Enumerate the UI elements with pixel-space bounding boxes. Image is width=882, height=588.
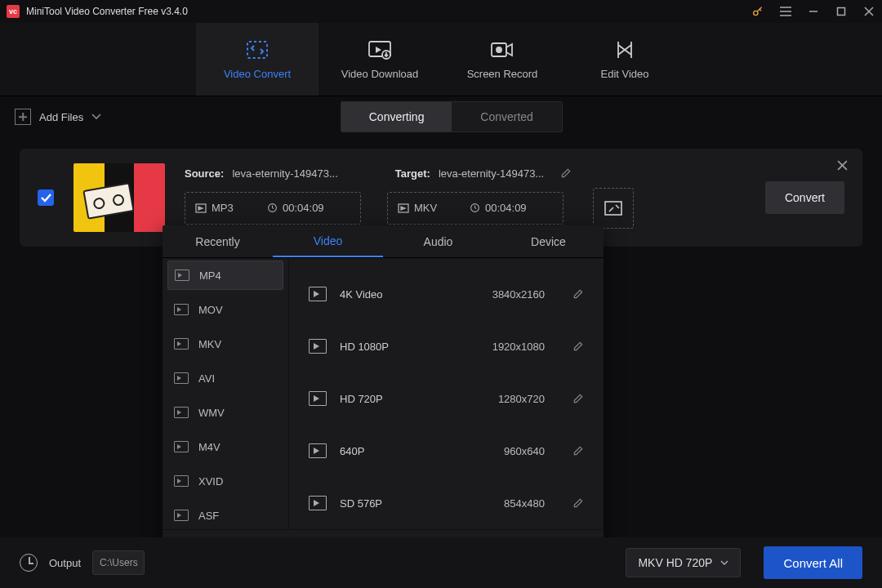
popup-tab-recently[interactable]: Recently	[163, 225, 273, 257]
key-icon[interactable]	[751, 5, 764, 18]
maximize-icon[interactable]	[835, 5, 848, 18]
record-icon	[490, 38, 514, 61]
schedule-icon[interactable]	[20, 554, 38, 572]
video-icon	[309, 496, 327, 510]
tab-converting[interactable]: Converting	[341, 102, 452, 131]
window-title: MiniTool Video Converter Free v3.4.0	[26, 6, 188, 17]
add-files-label: Add Files	[39, 111, 83, 123]
source-format: MP3	[212, 202, 234, 214]
tab-screen-record[interactable]: Screen Record	[441, 23, 564, 96]
edit-video-icon	[614, 38, 635, 61]
format-icon	[174, 304, 189, 315]
resolution-item[interactable]: SD 576P854x480	[289, 477, 604, 529]
video-icon	[309, 443, 327, 458]
popup-tab-audio[interactable]: Audio	[383, 225, 493, 257]
popup-tabs: Recently Video Audio Device	[163, 225, 604, 258]
resolution-item[interactable]: HD 720P1280x720	[289, 372, 604, 425]
source-duration: 00:04:09	[283, 202, 324, 214]
edit-preset-icon[interactable]	[572, 288, 584, 300]
aspect-ratio-button[interactable]	[593, 188, 634, 229]
resolution-list[interactable]: 4K Video3840x2160 HD 1080P1920x1080 HD 7…	[289, 258, 604, 529]
format-icon	[174, 372, 189, 384]
format-item-m4v[interactable]: M4V	[163, 430, 288, 464]
convert-icon	[245, 38, 270, 61]
remove-card-icon[interactable]	[837, 160, 848, 171]
status-tabs: Converting Converted	[341, 101, 563, 132]
format-popup: Recently Video Audio Device MP4 MOV MKV …	[163, 225, 604, 570]
clock-icon	[470, 203, 480, 213]
target-duration: 00:04:09	[485, 202, 527, 214]
file-icon	[398, 203, 409, 213]
chevron-down-icon	[720, 560, 728, 566]
video-icon	[309, 391, 327, 406]
download-icon	[368, 38, 392, 61]
format-item-mp4[interactable]: MP4	[167, 261, 283, 290]
format-item-wmv[interactable]: WMV	[163, 395, 288, 430]
close-icon[interactable]	[862, 5, 875, 18]
format-list[interactable]: MP4 MOV MKV AVI WMV M4V XVID ASF	[163, 258, 289, 529]
tab-label: Screen Record	[467, 68, 538, 80]
tab-label: Video Download	[341, 68, 418, 80]
edit-preset-icon[interactable]	[572, 341, 584, 352]
edit-target-icon[interactable]	[560, 167, 572, 179]
format-item-mov[interactable]: MOV	[163, 292, 288, 327]
resolution-item[interactable]: 640P960x640	[289, 425, 604, 477]
svg-point-0	[754, 11, 758, 15]
resolution-item[interactable]: 4K Video3840x2160	[289, 268, 604, 320]
source-label: Source:	[185, 167, 224, 180]
format-item-asf[interactable]: ASF	[163, 498, 288, 529]
clock-icon	[267, 203, 278, 213]
tab-label: Video Convert	[224, 68, 291, 80]
tab-video-download[interactable]: Video Download	[318, 23, 441, 96]
tab-label: Edit Video	[600, 68, 648, 80]
format-icon	[175, 270, 189, 281]
tab-video-convert[interactable]: Video Convert	[196, 23, 318, 96]
format-icon	[174, 338, 189, 350]
popup-tab-video[interactable]: Video	[273, 225, 383, 257]
popup-tab-device[interactable]: Device	[493, 225, 604, 257]
format-item-avi[interactable]: AVI	[163, 361, 288, 395]
format-item-xvid[interactable]: XVID	[163, 464, 288, 498]
tab-converted[interactable]: Converted	[452, 102, 562, 131]
bottom-bar: Output C:\Users MKV HD 720P Convert All	[0, 537, 882, 588]
svg-rect-1	[838, 8, 845, 16]
minimize-icon[interactable]	[807, 5, 820, 18]
add-files-button[interactable]: Add Files	[15, 109, 101, 125]
target-label: Target:	[395, 167, 430, 180]
title-bar: vc MiniTool Video Converter Free v3.4.0	[0, 0, 882, 23]
thumbnail	[74, 163, 165, 232]
app-logo: vc	[7, 5, 20, 18]
resolution-item[interactable]: HD 1080P1920x1080	[289, 320, 604, 372]
edit-preset-icon[interactable]	[572, 497, 584, 509]
convert-all-button[interactable]: Convert All	[764, 546, 862, 579]
format-icon	[174, 475, 189, 487]
edit-preset-icon[interactable]	[572, 393, 584, 404]
target-format: MKV	[414, 202, 437, 214]
convert-button[interactable]: Convert	[765, 181, 844, 214]
file-icon	[195, 203, 207, 213]
edit-preset-icon[interactable]	[572, 445, 584, 457]
output-path-field[interactable]: C:\Users	[92, 550, 145, 575]
output-label: Output	[49, 557, 81, 569]
source-info-box: MP3 00:04:09	[185, 192, 361, 225]
tab-edit-video[interactable]: Edit Video	[564, 23, 686, 96]
plus-square-icon	[15, 109, 31, 125]
format-item-mkv[interactable]: MKV	[163, 327, 288, 361]
select-checkbox[interactable]	[38, 189, 54, 206]
toolbar: Add Files Converting Converted	[0, 96, 882, 137]
format-icon	[174, 441, 189, 452]
chevron-down-icon	[91, 114, 101, 120]
output-preset-dropdown[interactable]: MKV HD 720P	[626, 548, 741, 577]
svg-rect-2	[247, 42, 267, 58]
target-info-box: MKV 00:04:09	[387, 192, 564, 225]
format-icon	[174, 407, 189, 418]
source-filename: leva-eternity-149473...	[232, 167, 337, 180]
svg-point-6	[497, 47, 501, 52]
preset-label: MKV HD 720P	[638, 556, 712, 569]
nav-tabs: Video Convert Video Download Screen Reco…	[0, 23, 882, 96]
format-icon	[174, 510, 189, 521]
target-filename: leva-eternity-149473...	[439, 167, 544, 180]
menu-icon[interactable]	[779, 5, 792, 18]
video-icon	[309, 339, 327, 354]
video-icon	[309, 287, 327, 301]
